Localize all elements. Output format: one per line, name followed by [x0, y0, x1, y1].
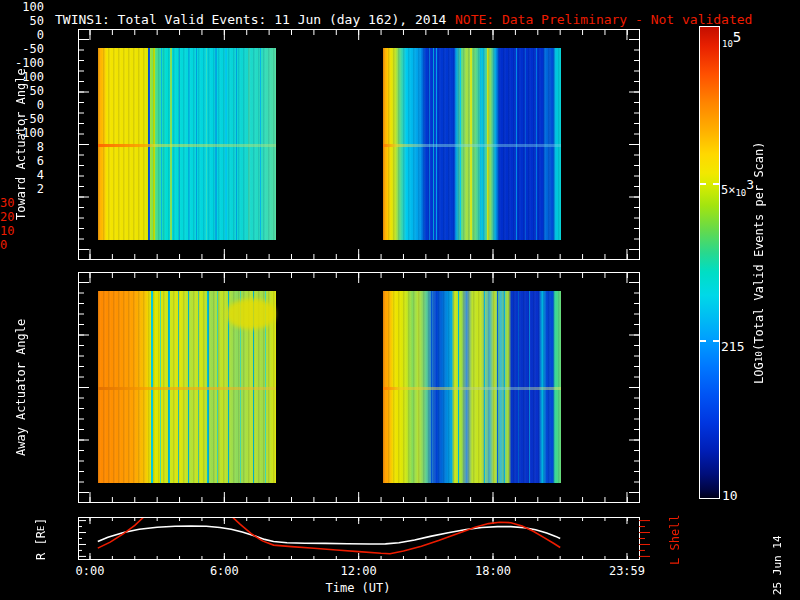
colorbar-title-log: LOG — [752, 362, 766, 384]
colorbar-mid1-coef: 5× — [721, 183, 735, 197]
panel-border — [79, 30, 640, 260]
date-stamp: 25 Jun 14 — [771, 534, 784, 596]
r-label-text: R [R — [34, 531, 48, 560]
colorbar-tick — [700, 183, 706, 185]
colorbar-title: LOG10(Total Valid Events per Scan) — [752, 27, 766, 498]
preliminary-note: NOTE: Data Preliminary - Not validated — [455, 12, 752, 27]
x-tick-label: 6:00 — [194, 564, 254, 578]
y-axis-title-r: R [RE] — [34, 514, 48, 564]
y-tick-label: 50 — [0, 14, 44, 28]
colorbar-mid1-base: 10 — [735, 188, 746, 198]
panel-frame-orbit — [78, 517, 674, 560]
page-title: TWINS1: Total Valid Events: 11 Jun (day … — [55, 12, 446, 27]
colorbar-min-label: 10 — [722, 488, 738, 503]
series-line-r — [98, 526, 560, 544]
colorbar-tick — [713, 340, 719, 342]
colorbar-mid2-label: 215 — [721, 339, 744, 354]
colorbar-mid1-label: 5×103 — [721, 177, 754, 198]
y-axis-title-toward: Toward Actuator Angle — [12, 29, 30, 260]
colorbar-tick — [713, 183, 719, 185]
colorbar-max-exp: 5 — [733, 29, 741, 45]
colorbar-tick — [700, 340, 706, 342]
y-tick-label: 100 — [0, 0, 44, 14]
x-tick-label: 23:59 — [597, 564, 657, 578]
x-axis-title: Time (UT) — [308, 581, 408, 595]
colorbar-title-rest: (Total Valid Events per Scan) — [752, 141, 766, 351]
x-tick-label: 12:00 — [329, 564, 389, 578]
x-tick-label: 18:00 — [463, 564, 523, 578]
twins1-plot-screen: TWINS1: Total Valid Events: 11 Jun (day … — [0, 0, 800, 600]
colorbar-max-label: 105 — [722, 29, 741, 49]
r-label-close: ] — [34, 518, 48, 525]
colorbar-title-sub: 10 — [754, 351, 764, 362]
panel-border — [79, 273, 640, 503]
series-line-l-shell — [98, 517, 560, 554]
panel-frame-away — [78, 272, 640, 503]
colorbar-max-base: 10 — [722, 39, 733, 49]
r-label-subscript: E — [36, 525, 46, 530]
y-axis-title-away: Away Actuator Angle — [12, 272, 30, 503]
panel-frame-toward — [78, 29, 640, 260]
colorbar — [699, 26, 720, 499]
x-tick-label: 0:00 — [60, 564, 120, 578]
